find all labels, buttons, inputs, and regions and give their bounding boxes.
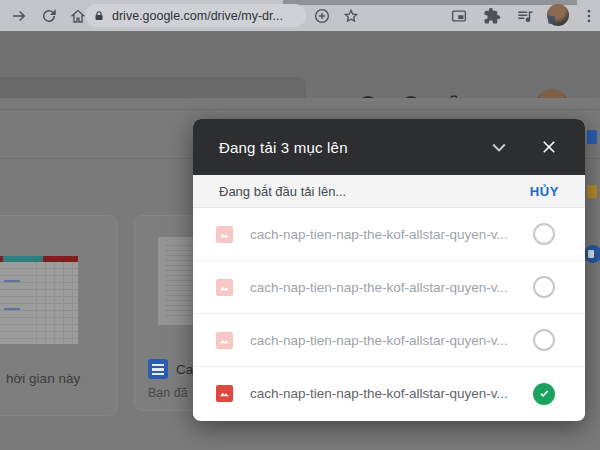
upload-file-name: cach-nap-tien-nap-the-kof-allstar-quyen-… bbox=[250, 280, 508, 295]
upload-dialog-title: Đang tải 3 mục lên bbox=[219, 139, 489, 156]
peek-folder-icon bbox=[587, 185, 597, 198]
add-page-icon[interactable] bbox=[311, 5, 332, 26]
browser-menu-icon[interactable] bbox=[578, 5, 599, 26]
upload-status-icon[interactable] bbox=[533, 276, 555, 298]
upload-status-icon[interactable] bbox=[533, 383, 555, 405]
peek-doc-icon bbox=[587, 130, 597, 144]
card-subtitle-right: Bạn đã bbox=[148, 386, 188, 400]
image-file-icon bbox=[216, 332, 233, 349]
forward-icon[interactable] bbox=[8, 5, 29, 26]
image-file-icon bbox=[216, 226, 233, 243]
drive-header bbox=[0, 31, 600, 98]
card-caption-left: hời gian này bbox=[6, 371, 80, 386]
upload-status-icon[interactable] bbox=[533, 223, 555, 245]
upload-file-list: cach-nap-tien-nap-the-kof-allstar-quyen-… bbox=[193, 208, 585, 420]
bookmark-star-icon[interactable] bbox=[340, 5, 361, 26]
peek-help-fab bbox=[584, 245, 600, 263]
upload-file-row: cach-nap-tien-nap-the-kof-allstar-quyen-… bbox=[193, 261, 585, 314]
cancel-upload-button[interactable]: HỦY bbox=[530, 184, 559, 199]
upload-file-row: cach-nap-tien-nap-the-kof-allstar-quyen-… bbox=[193, 208, 585, 261]
upload-file-name: cach-nap-tien-nap-the-kof-allstar-quyen-… bbox=[250, 227, 508, 242]
browser-avatar[interactable] bbox=[547, 4, 569, 26]
upload-status-bar: Đang bắt đầu tải lên... HỦY bbox=[193, 175, 585, 208]
address-bar[interactable]: drive.google.com/drive/my-dr... bbox=[85, 4, 306, 27]
upload-file-row: cach-nap-tien-nap-the-kof-allstar-quyen-… bbox=[193, 367, 585, 420]
upload-status-icon[interactable] bbox=[533, 329, 555, 351]
card-title-right: Ca bbox=[176, 362, 193, 377]
doc-file-icon bbox=[148, 359, 168, 379]
media-pip-icon[interactable] bbox=[448, 5, 469, 26]
playlist-icon[interactable] bbox=[514, 5, 535, 26]
upload-file-name: cach-nap-tien-nap-the-kof-allstar-quyen-… bbox=[250, 333, 508, 348]
upload-progress-dialog: Đang tải 3 mục lên Đang bắt đầu tải lên.… bbox=[193, 119, 585, 421]
url-text: drive.google.com/drive/my-dr... bbox=[112, 9, 283, 23]
lock-icon bbox=[93, 10, 105, 22]
minimize-chevron-icon[interactable] bbox=[489, 137, 509, 157]
upload-dialog-header: Đang tải 3 mục lên bbox=[193, 119, 585, 175]
upload-file-name: cach-nap-tien-nap-the-kof-allstar-quyen-… bbox=[250, 386, 508, 401]
image-file-icon bbox=[216, 385, 233, 402]
upload-status-text: Đang bắt đầu tải lên... bbox=[219, 184, 530, 199]
spreadsheet-thumbnail bbox=[0, 256, 78, 344]
extensions-puzzle-icon[interactable] bbox=[481, 5, 502, 26]
browser-toolbar: drive.google.com/drive/my-dr... bbox=[0, 0, 600, 31]
upload-file-row: cach-nap-tien-nap-the-kof-allstar-quyen-… bbox=[193, 314, 585, 367]
image-file-icon bbox=[216, 279, 233, 296]
reload-icon[interactable] bbox=[38, 5, 59, 26]
divider bbox=[0, 109, 600, 110]
close-icon[interactable] bbox=[539, 137, 559, 157]
